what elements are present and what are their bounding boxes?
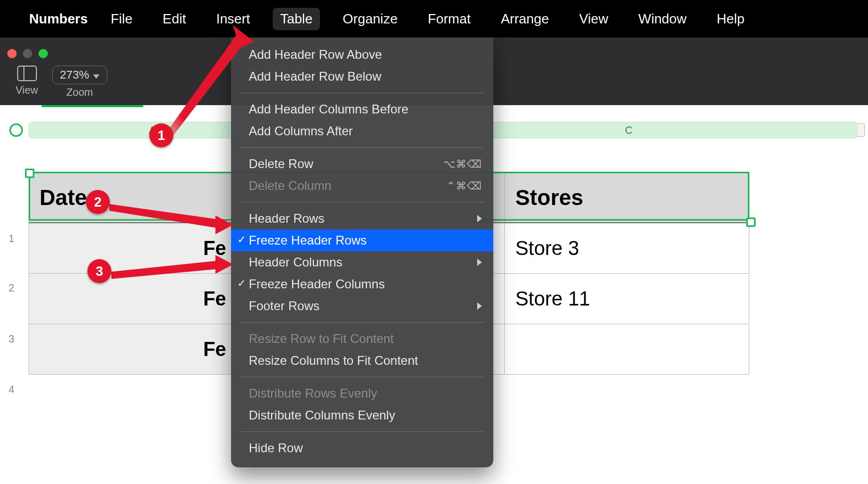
row-number[interactable]: 3 [0,333,23,345]
menu-item-label: Resize Columns to Fit Content [249,353,418,367]
toolbar-view-label: View [16,84,38,96]
menu-item[interactable]: Freeze Header Columns [231,273,493,295]
annotation-badge-1: 1 [149,123,173,147]
menu-item-label: Distribute Columns Evenly [249,408,395,422]
system-menubar: Numbers File Edit Insert Table Organize … [0,0,868,37]
row-number[interactable]: 1 [0,233,23,245]
row-number[interactable]: 2 [0,282,23,294]
menu-item[interactable]: Resize Columns to Fit Content [231,350,493,372]
menu-item[interactable]: Add Columns After [231,120,493,142]
menu-separator [240,202,484,202]
window-traffic-lights [7,49,48,58]
annotation-badge-2: 2 [86,190,110,214]
sidebar-icon [17,66,37,81]
menu-item-label: Resize Row to Fit Content [249,332,394,346]
window-zoom-button[interactable] [39,49,48,58]
cell[interactable] [505,324,749,375]
table-menu-dropdown[interactable]: Add Header Row AboveAdd Header Row Below… [231,37,493,467]
menu-item-label: Footer Rows [249,299,320,313]
menu-item[interactable]: Add Header Row Below [231,66,493,87]
menu-item-label: Delete Row [249,157,313,171]
menu-item-label: Add Header Row Below [249,69,381,83]
window-close-button[interactable] [7,49,17,58]
menu-item[interactable]: Header Columns [231,251,493,273]
menu-item-label: Delete Column [249,179,331,193]
chevron-down-icon [93,68,99,82]
window-minimize-button[interactable] [23,49,32,58]
menu-separator [240,93,484,93]
menu-organize[interactable]: Organize [336,8,405,30]
menu-edit[interactable]: Edit [156,8,194,30]
menu-item[interactable]: Delete Row⌥⌘⌫ [231,153,493,175]
cell[interactable]: Store 11 [505,274,749,324]
table-select-handle[interactable] [9,123,23,137]
toolbar-zoom-button[interactable]: 273% Zoom [52,66,107,98]
header-cell-stores[interactable]: Stores [505,173,749,223]
header-cell-date[interactable]: Date [29,173,237,223]
toolbar-zoom-value: 273% [60,68,89,82]
menu-table[interactable]: Table [273,8,320,30]
toolbar-view-button[interactable]: View [16,66,38,96]
menu-item[interactable]: Footer Rows [231,295,493,317]
app-name[interactable]: Numbers [29,11,88,27]
menu-item-label: Header Rows [249,211,324,225]
toolbar-zoom-label: Zoom [52,86,107,98]
cell[interactable]: Fe [29,274,237,324]
column-header-c[interactable]: C [625,124,632,136]
menu-item[interactable]: Header Rows [231,208,493,230]
menu-item-label: Freeze Header Columns [249,277,385,291]
menu-item[interactable]: Add Header Columns Before [231,98,493,120]
menu-item: Delete Column⌃⌘⌫ [231,175,493,197]
menu-item-shortcut: ⌥⌘⌫ [443,158,482,170]
menu-insert[interactable]: Insert [209,8,257,30]
menu-item[interactable]: Distribute Columns Evenly [231,404,493,426]
menu-item: Resize Row to Fit Content [231,328,493,350]
cell[interactable]: Fe [29,223,237,274]
cell[interactable]: Store 3 [505,223,749,274]
menu-item-label: Freeze Header Rows [249,233,367,247]
menu-item[interactable]: Hide Row [231,437,493,459]
menu-item-label: Add Columns After [249,124,353,138]
selection-handle[interactable] [25,169,34,178]
menu-item-label: Hide Row [249,441,303,455]
menu-item[interactable]: Add Header Row Above [231,44,493,66]
menu-file[interactable]: File [104,8,140,30]
menu-item-label: Distribute Rows Evenly [249,386,377,400]
menu-item-label: Add Header Row Above [249,47,382,61]
menu-item[interactable]: Freeze Header Rows [231,230,493,251]
menu-separator [240,377,484,377]
menu-arrange[interactable]: Arrange [493,8,556,30]
menu-separator [240,147,484,148]
row-number[interactable]: 4 [0,384,23,396]
menu-separator [240,431,484,432]
menu-help[interactable]: Help [709,8,751,30]
annotation-badge-3: 3 [87,259,111,283]
menu-item-label: Header Columns [249,255,342,269]
cell[interactable]: Fe [29,324,237,375]
menu-separator [240,322,484,323]
menu-view[interactable]: View [572,8,616,30]
sheet-tab-indicator [42,105,143,107]
menu-item-shortcut: ⌃⌘⌫ [446,180,482,192]
selection-handle[interactable] [746,218,756,227]
menu-item-label: Add Header Columns Before [249,102,409,116]
menu-format[interactable]: Format [420,8,478,30]
menu-item: Distribute Rows Evenly [231,383,493,404]
menu-window[interactable]: Window [631,8,694,30]
